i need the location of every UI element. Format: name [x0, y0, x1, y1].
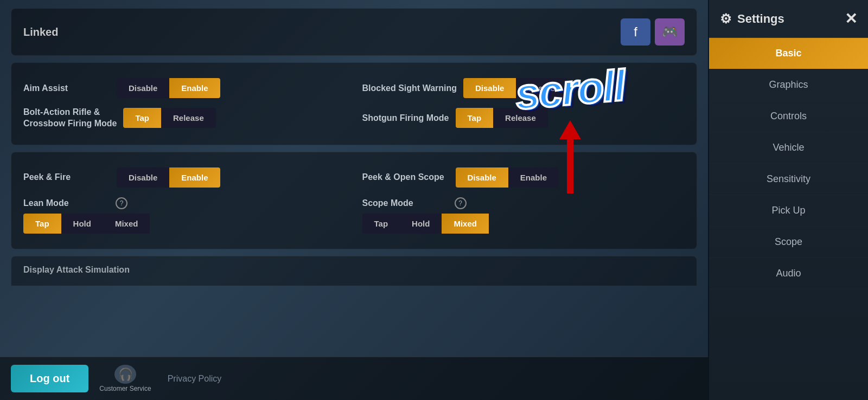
bolt-action-label: Bolt-Action Rifle &Crossbow Firing Mode [23, 107, 117, 130]
scope-tap-btn[interactable]: Tap [362, 214, 400, 234]
lean-mode-help-icon[interactable]: ? [116, 197, 127, 209]
blocked-sight-toggle: Disable Enable [463, 78, 567, 98]
peek-fire-enable-btn[interactable]: Enable [169, 167, 220, 188]
bolt-action-toggle: Tap Release [123, 108, 215, 128]
shotgun-firing-toggle: Tap Release [456, 108, 548, 128]
shotgun-release-btn[interactable]: Release [493, 108, 548, 128]
peek-scope-label: Peek & Open Scope [362, 172, 449, 182]
sidebar: ⚙ Settings ✕ Basic Graphics Controls Veh… [708, 0, 868, 400]
sidebar-item-controls[interactable]: Controls [709, 101, 868, 132]
blocked-sight-row: Blocked Sight Warning Disable Enable [362, 78, 685, 98]
aim-assist-enable-btn[interactable]: Enable [169, 78, 220, 98]
shotgun-firing-row: Shotgun Firing Mode Tap Release [362, 107, 685, 130]
lean-hold-btn[interactable]: Hold [61, 214, 103, 234]
settings-title: Settings [737, 12, 784, 26]
main-content: Linked f 🎮 Aim Assist Disable Enable [0, 0, 708, 400]
privacy-policy-link[interactable]: Privacy Policy [168, 374, 222, 384]
bottom-bar: Log out 🎧 Customer Service Privacy Polic… [0, 357, 708, 400]
social-icons: f 🎮 [621, 18, 685, 46]
aim-assist-label: Aim Assist [23, 83, 110, 93]
lean-mode-block: Lean Mode ? Tap Hold Mixed [23, 197, 346, 234]
aim-settings-section: Aim Assist Disable Enable Blocked Sight … [11, 62, 697, 145]
scope-mode-block: Scope Mode ? Tap Hold Mixed [362, 197, 685, 234]
bolt-action-tap-btn[interactable]: Tap [123, 108, 161, 128]
sidebar-nav: Basic Graphics Controls Vehicle Sensitiv… [709, 38, 868, 289]
lean-mode-label: Lean Mode [23, 198, 110, 208]
sidebar-item-basic[interactable]: Basic [709, 38, 868, 69]
lean-mode-toggle: Tap Hold Mixed [23, 214, 346, 234]
scope-mixed-btn[interactable]: Mixed [442, 214, 489, 234]
scope-hold-btn[interactable]: Hold [400, 214, 442, 234]
partial-section-label: Display Attack Simulation [23, 265, 130, 274]
linked-label: Linked [23, 26, 58, 38]
sidebar-item-pickup[interactable]: Pick Up [709, 195, 868, 227]
lean-tap-btn[interactable]: Tap [23, 214, 61, 234]
peek-fire-toggle: Disable Enable [117, 167, 220, 188]
peek-fire-label: Peek & Fire [23, 172, 110, 182]
facebook-icon: f [634, 24, 637, 40]
peek-scope-row: Peek & Open Scope Disable Enable [362, 167, 685, 188]
scope-mode-toggle: Tap Hold Mixed [362, 214, 685, 234]
logout-button[interactable]: Log out [11, 365, 88, 392]
linked-section: Linked f 🎮 [11, 8, 697, 56]
scope-mode-label: Scope Mode [362, 198, 449, 208]
peek-fire-row: Peek & Fire Disable Enable [23, 167, 346, 188]
bolt-action-row: Bolt-Action Rifle &Crossbow Firing Mode … [23, 107, 346, 130]
peek-fire-disable-btn[interactable]: Disable [117, 167, 169, 188]
customer-service-icon: 🎧 [114, 365, 136, 384]
shotgun-firing-label: Shotgun Firing Mode [362, 113, 449, 123]
aim-assist-toggle: Disable Enable [117, 78, 220, 98]
customer-service-label: Customer Service [99, 385, 151, 392]
lean-mixed-btn[interactable]: Mixed [103, 214, 150, 234]
aim-assist-disable-btn[interactable]: Disable [117, 78, 169, 98]
facebook-button[interactable]: f [621, 18, 650, 46]
peek-scope-toggle: Disable Enable [456, 167, 559, 188]
sidebar-item-graphics[interactable]: Graphics [709, 69, 868, 101]
peek-scope-disable-btn[interactable]: Disable [456, 167, 508, 188]
bolt-action-release-btn[interactable]: Release [161, 108, 216, 128]
sidebar-title: ⚙ Settings [720, 11, 784, 27]
peek-lean-section: Peek & Fire Disable Enable Peek & Open S… [11, 152, 697, 249]
blocked-sight-label: Blocked Sight Warning [362, 83, 457, 93]
peek-scope-enable-btn[interactable]: Enable [508, 167, 559, 188]
customer-service-button[interactable]: 🎧 Customer Service [99, 365, 151, 392]
blocked-sight-disable-btn[interactable]: Disable [463, 78, 516, 98]
sidebar-item-vehicle[interactable]: Vehicle [709, 132, 868, 164]
sidebar-item-sensitivity[interactable]: Sensitivity [709, 164, 868, 195]
scope-mode-help-icon[interactable]: ? [455, 197, 467, 209]
gamepad-icon: 🎮 [662, 24, 678, 40]
partial-section: Display Attack Simulation [11, 256, 697, 286]
sidebar-header: ⚙ Settings ✕ [709, 0, 868, 38]
gamepad-button[interactable]: 🎮 [655, 18, 685, 46]
aim-assist-row: Aim Assist Disable Enable [23, 78, 346, 98]
shotgun-tap-btn[interactable]: Tap [456, 108, 494, 128]
sidebar-item-scope[interactable]: Scope [709, 227, 868, 258]
close-button[interactable]: ✕ [845, 10, 857, 28]
gear-icon: ⚙ [720, 11, 732, 27]
blocked-sight-enable-btn[interactable]: Enable [516, 78, 566, 98]
sidebar-item-audio[interactable]: Audio [709, 258, 868, 289]
